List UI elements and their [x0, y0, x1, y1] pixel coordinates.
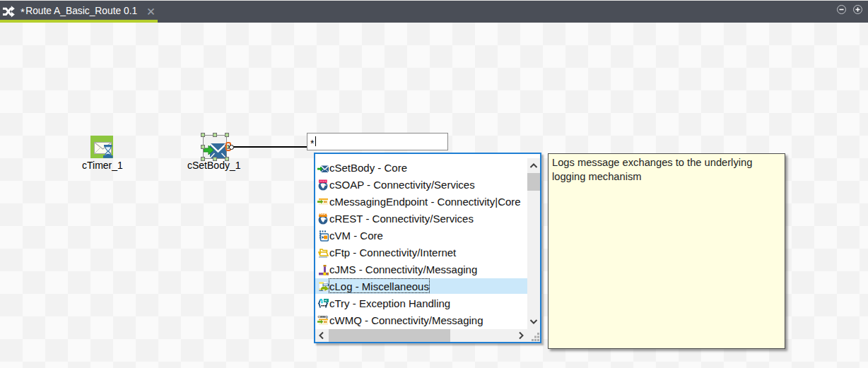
svg-text:CWMQ: CWMQ — [318, 315, 329, 319]
